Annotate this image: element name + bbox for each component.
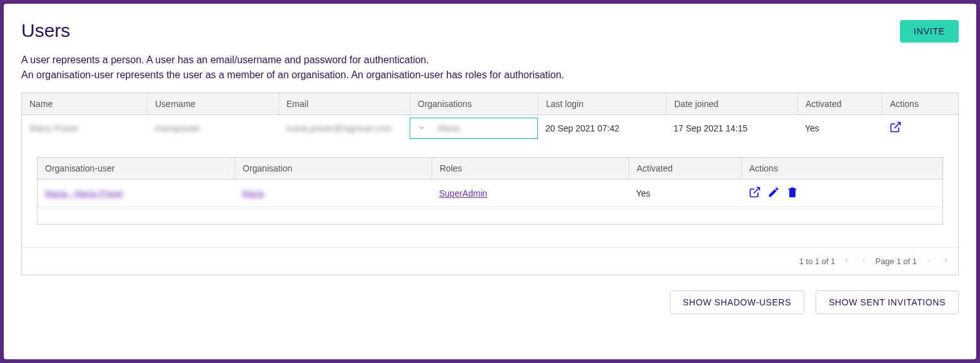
cell-actions (882, 115, 951, 141)
org-user-detail: Organisation-user Organisation Roles Act… (22, 141, 958, 247)
cell-username: mariapower (154, 123, 200, 133)
svg-line-1 (754, 188, 759, 193)
cell-email: maria.power@signicat.com (286, 123, 391, 133)
col-organisations[interactable]: Organisations (410, 93, 538, 115)
delete-icon[interactable] (786, 186, 799, 200)
prev-page-icon[interactable] (861, 257, 867, 266)
edit-icon[interactable] (767, 186, 780, 200)
org-user-table-header: Organisation-user Organisation Roles Act… (38, 158, 942, 180)
cell-date-joined: 17 Sep 2021 14:15 (666, 118, 797, 139)
first-page-icon[interactable] (844, 257, 852, 266)
icol-roles[interactable]: Roles (432, 158, 629, 179)
panel-header: Users INVITE (21, 20, 959, 53)
page-description: A user represents a person. A user has a… (21, 53, 959, 83)
users-table: Name Username Email Organisations Last l… (21, 93, 959, 275)
chevron-down-icon (418, 123, 425, 133)
cell-last-login: 20 Sep 2021 07:42 (538, 118, 666, 139)
next-page-icon[interactable] (926, 257, 932, 266)
org-user-link[interactable]: Maria - Maria Power (45, 188, 124, 198)
show-sent-invitations-button[interactable]: SHOW SENT INVITATIONS (816, 290, 959, 314)
show-shadow-users-button[interactable]: SHOW SHADOW-USERS (670, 290, 804, 314)
col-actions: Actions (882, 93, 951, 115)
open-icon[interactable] (749, 186, 761, 200)
cell-activated: Yes (797, 118, 882, 139)
table-row[interactable]: Maria Power mariapower maria.power@signi… (22, 115, 958, 141)
col-email[interactable]: Email (278, 93, 410, 115)
col-name[interactable]: Name (22, 93, 147, 115)
pager: 1 to 1 of 1 Page 1 of 1 (22, 247, 958, 275)
desc-line-2: An organisation-user represents the user… (21, 69, 564, 80)
table-row[interactable]: Maria - Maria Power Maria SuperAdmin Yes (38, 180, 942, 207)
organisation-link[interactable]: Maria (242, 188, 264, 198)
pager-page-label: Page 1 of 1 (876, 257, 917, 266)
users-panel: Users INVITE A user represents a person.… (4, 4, 976, 359)
icol-actions: Actions (741, 158, 935, 179)
role-link[interactable]: SuperAdmin (439, 188, 487, 198)
icell-activated: Yes (629, 182, 741, 205)
invite-button[interactable]: INVITE (900, 20, 959, 43)
organisation-dropdown[interactable]: Maria (410, 118, 538, 139)
icol-org-user[interactable]: Organisation-user (38, 158, 235, 179)
svg-line-0 (894, 123, 900, 128)
pager-range: 1 to 1 of 1 (799, 257, 836, 266)
desc-line-1: A user represents a person. A user has a… (21, 54, 429, 65)
open-icon[interactable] (889, 125, 902, 135)
col-activated[interactable]: Activated (797, 93, 882, 115)
page-title: Users (21, 20, 70, 41)
icol-activated[interactable]: Activated (629, 158, 741, 179)
users-table-header: Name Username Email Organisations Last l… (22, 93, 958, 115)
cell-name: Maria Power (29, 123, 79, 133)
last-page-icon[interactable] (941, 257, 948, 266)
org-user-table: Organisation-user Organisation Roles Act… (37, 157, 943, 225)
col-date-joined[interactable]: Date joined (666, 93, 797, 115)
col-last-login[interactable]: Last login (538, 93, 666, 115)
org-value: Maria (438, 123, 460, 133)
col-username[interactable]: Username (147, 93, 278, 115)
empty-row (38, 207, 942, 224)
footer-actions: SHOW SHADOW-USERS SHOW SENT INVITATIONS (21, 290, 959, 314)
icol-organisation[interactable]: Organisation (235, 158, 432, 179)
icell-actions (741, 180, 935, 207)
